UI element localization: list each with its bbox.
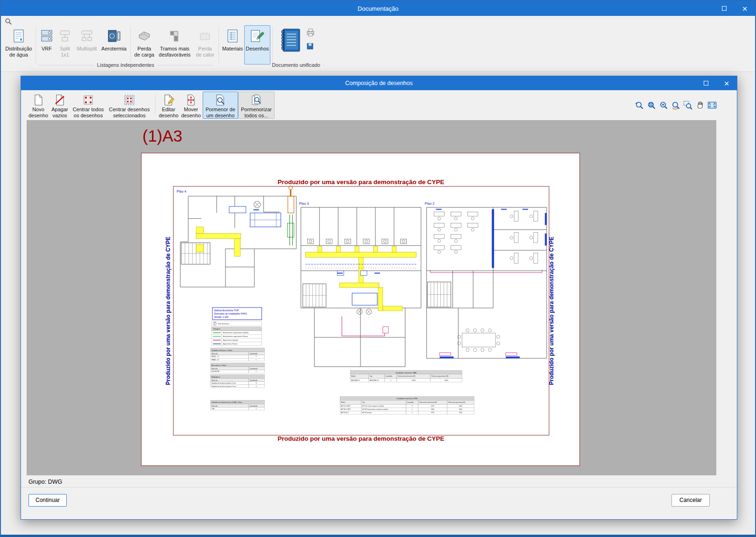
maximize-icon	[722, 6, 727, 11]
table-header: Quantidade	[386, 375, 393, 377]
sheet-drawing: Produzido por uma versão para demonstraç…	[141, 153, 579, 465]
ribbon-button-multisplit[interactable]: Multisplit	[74, 25, 99, 64]
table-cell: 3	[256, 386, 257, 387]
piso2-markers	[431, 209, 547, 358]
drawing-canvas[interactable]: (1)A3 Produzido por uma versão para demo…	[27, 120, 716, 475]
table-header: Selecção	[212, 379, 218, 381]
separator	[272, 26, 273, 64]
table-header: Tipo	[370, 375, 373, 377]
table-cell: UTA	[212, 408, 215, 410]
pressure-loss-icon	[137, 27, 151, 45]
cancel-button[interactable]: Cancelar	[671, 494, 710, 507]
center-all-drawings-button[interactable]: Centrar todos os desenhos	[71, 92, 106, 119]
dialog-maximize-button[interactable]	[696, 76, 716, 90]
separator	[130, 26, 131, 64]
demo-text-right: Produzido por uma versão para demonstraç…	[548, 236, 555, 385]
multisplit-icon	[80, 27, 93, 45]
floor-label-piso4: Piso 4	[177, 189, 186, 193]
table-header: Quantidade	[250, 379, 258, 381]
aerotermia-icon	[107, 27, 121, 45]
ribbon-button-desenhos[interactable]: Desenhos	[244, 25, 270, 64]
separator	[35, 26, 36, 64]
table-cell: AP2-4CC-BB-7	[341, 405, 351, 407]
ribbon-button-aerotermia[interactable]: Aerotermia	[99, 25, 128, 64]
drawing-sheet[interactable]: Produzido por uma versão para demonstraç…	[141, 153, 580, 466]
detail-all-drawings-button[interactable]: Pormenorizar todos os...	[238, 92, 275, 119]
move-drawing-button[interactable]: Mover desenho	[179, 92, 203, 119]
zoom-extents-icon[interactable]	[646, 100, 657, 111]
table-header: Selecção	[212, 405, 218, 407]
dialog-titlebar[interactable]: Composição de desenhos ×	[21, 76, 737, 90]
delete-empty-button[interactable]: Apagar vazios	[49, 92, 71, 119]
fit-screen-icon[interactable]	[707, 100, 717, 111]
table-title: Radiadores	[212, 376, 220, 378]
edit-drawing-button[interactable]: Editar desenho	[158, 92, 179, 119]
materials-list-icon	[226, 27, 239, 45]
ribbon-button-vrf[interactable]: VRF	[38, 25, 56, 64]
continue-button[interactable]: Continuar	[28, 494, 67, 507]
ribbon-button-label: Aerotermia	[101, 46, 127, 52]
floor-plan-piso3[interactable]: Piso 3	[299, 201, 421, 367]
main-titlebar[interactable]: Documentação ×	[1, 1, 755, 16]
ribbon-button-label: Perda de calor	[195, 46, 215, 57]
floor-plan-piso4[interactable]: Piso 4	[177, 186, 296, 287]
center-selected-drawings-button[interactable]: Centrar desenhos seleccionados	[106, 92, 153, 119]
zoom-redraw-icon[interactable]	[670, 100, 681, 111]
group-label-text: Documento unificado	[272, 62, 320, 68]
detail-all-drawings-icon	[251, 93, 262, 106]
center-selected-drawings-icon	[124, 93, 135, 106]
zoom-window-icon[interactable]	[682, 100, 693, 111]
table-cell: A*2-W (mural)	[362, 412, 372, 414]
zoom-scale-icon[interactable]	[658, 100, 669, 111]
ribbon-button-split-1x1[interactable]: Split 1x1	[56, 25, 74, 64]
table-header: Modelo	[351, 375, 356, 377]
ribbon-button-label: Materiais	[222, 46, 243, 52]
detail-one-drawing-button[interactable]: Pormenor de um desenho	[203, 92, 238, 119]
table-cell: 1	[412, 408, 413, 410]
legend-row-label: Arrefecimento e aquecimento, Retorno	[223, 336, 248, 337]
demo-text-left: Produzido por uma versão para demonstraç…	[165, 236, 171, 385]
new-drawing-button[interactable]: Novo desenho	[28, 92, 49, 119]
table-header: Potência de arrefecimento (W)	[419, 401, 437, 403]
zoom-previous-icon[interactable]	[634, 100, 644, 111]
table-cell: 1	[256, 359, 257, 361]
ribbon-button-distribuicao-de-agua[interactable]: Distribuição de água	[4, 25, 34, 64]
table-cell: 6300	[459, 408, 462, 410]
ribbon-button-tramos-desfavoraveis[interactable]: Tramos mais desfavoráveis	[156, 25, 193, 64]
title-block: Edifício Escritórios TOP Exemplos de Ins…	[212, 308, 262, 320]
table-cell: AP2-BC2-SN-F	[341, 408, 351, 410]
drawings-pencil-icon	[250, 27, 264, 45]
floor-plan-piso2[interactable]: Piso 2	[425, 201, 547, 358]
ribbon-group-documento-unificado: Documento unificado	[268, 62, 324, 68]
critical-path-duct-icon	[169, 27, 180, 45]
table-header: Tipo	[362, 401, 365, 403]
maximize-button[interactable]	[714, 1, 735, 16]
close-button[interactable]: ×	[735, 1, 755, 16]
dialog-close-button[interactable]: ×	[716, 76, 737, 90]
ribbon-button-materiais[interactable]: Materiais	[221, 25, 244, 64]
ribbon-button-label: Perda de carga	[134, 46, 155, 57]
export-document-icon[interactable]	[306, 42, 315, 52]
dialog-title: Composição de desenhos	[21, 80, 737, 86]
ribbon-button-perda-de-calor[interactable]: Perda de calor	[193, 25, 217, 64]
floor-label-piso3: Piso 3	[299, 201, 309, 206]
ribbon-button-perda-de-carga[interactable]: Perda de carga	[133, 25, 156, 64]
table-cell: 5600	[431, 408, 434, 410]
separator	[219, 26, 219, 64]
delete-empty-icon	[54, 93, 65, 106]
table-cell: FBQ50 - 71	[212, 356, 219, 358]
table-cell: 3372	[431, 412, 434, 414]
table-cell: Radiador de alumínio injetado, 57 mm	[212, 382, 236, 384]
table-header: Potência de aquecimento (W)	[448, 401, 465, 403]
table-header: Potência de aquecimento (W)	[431, 375, 449, 377]
zoom-toolbar	[634, 100, 733, 111]
printer-icon[interactable]	[306, 28, 315, 38]
pan-hand-icon[interactable]	[694, 100, 705, 111]
vrf-units-icon	[40, 27, 54, 45]
table-cell: 3372	[431, 405, 434, 407]
toolbar-button-label: Pormenorizar todos os...	[240, 107, 273, 118]
documento-unificado-group[interactable]	[275, 25, 318, 64]
table-header: Quantidade	[250, 405, 258, 407]
legend-row-label: Arrefecimento e aquecimento, Impulsão	[223, 332, 249, 334]
group-label-text: Listagens independentes	[97, 62, 154, 68]
